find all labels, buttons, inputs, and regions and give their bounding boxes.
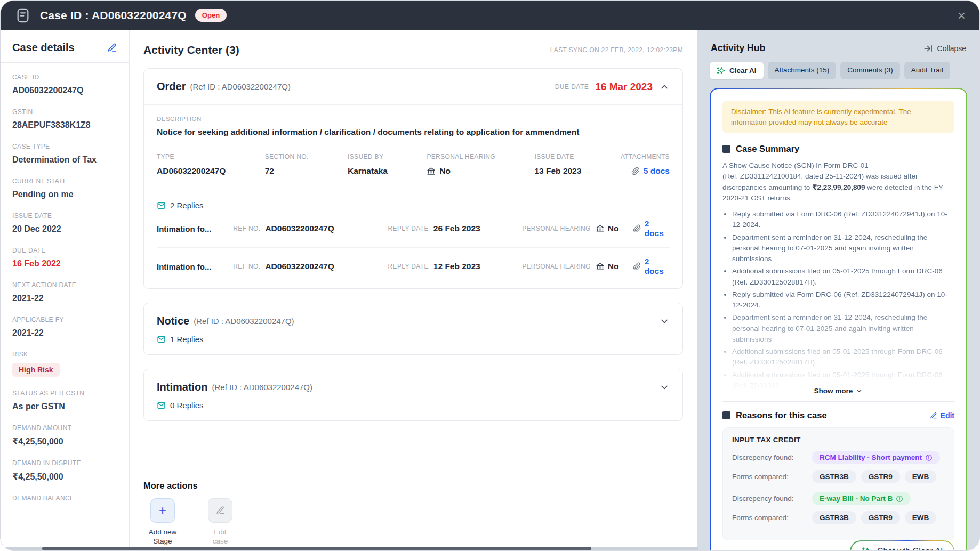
notice-ref-id: (Ref ID : AD06032200247Q) [194, 317, 294, 326]
section-square-icon [722, 145, 730, 153]
field-gstin: GSTIN 28AEPUF3838K1Z8 [12, 108, 117, 130]
discrepancy-tag[interactable]: E-way Bill - No Part B [812, 492, 911, 505]
more-actions-section: More actions + Add new Stage Edit case [130, 472, 697, 551]
chat-with-clear-ai-button[interactable]: Chat wih Clear AI [850, 540, 954, 551]
tab-audit-trail[interactable]: Audit Trail [904, 62, 950, 79]
form-tag: GSTR9 [861, 511, 900, 524]
pencil-icon [216, 506, 225, 515]
divider [732, 532, 945, 532]
sidebar-title: Case details [12, 42, 75, 54]
attachments-docs-link[interactable]: 5 docs [644, 166, 670, 176]
activity-hub-panel: Activity Hub Collapse Clear AI Attachmen… [697, 30, 979, 551]
form-tag: EWB [905, 470, 937, 483]
sidebar-fields: CASE ID AD06032200247Q GSTIN 28AEPUF3838… [1, 62, 129, 525]
ai-disclaimer: Disclaimer: This AI feature is currently… [722, 101, 954, 133]
description-text: Notice for seeking additional informatio… [157, 127, 670, 137]
show-more-button[interactable]: Show more [814, 387, 863, 395]
chevron-down-icon [856, 387, 863, 394]
summary-bullet: Additional submissions filed on 05-01-20… [732, 266, 954, 288]
tab-comments[interactable]: Comments (3) [840, 62, 900, 79]
add-new-stage-button[interactable]: + Add new Stage [143, 498, 182, 546]
detail-section-no: SECTION NO. 72 [265, 153, 309, 176]
reply-docs-link[interactable]: 2 docs [645, 257, 670, 276]
horizontal-scrollbar-thumb[interactable] [42, 547, 591, 550]
edit-case-details-icon[interactable] [107, 43, 117, 53]
edit-case-button[interactable]: Edit case [201, 498, 239, 546]
discrepancy-tag[interactable]: RCM Liability - Short payment [812, 451, 940, 464]
order-card-header[interactable]: Order (Ref ID : AD06032200247Q) DUE DATE… [144, 69, 682, 104]
field-applicable-fy: APPLICABLE FY 2021-22 [12, 316, 117, 338]
form-tag: GSTR9 [861, 470, 900, 483]
intimation-card: Intimation (Ref ID : AD06032200247Q) 0 R… [143, 369, 683, 421]
topbar: Case ID : AD06032200247Q Open × [1, 1, 979, 30]
due-date-label: DUE DATE [555, 83, 589, 91]
chevron-down-icon[interactable] [659, 316, 670, 327]
mail-icon [157, 401, 166, 410]
summary-amount: ₹2,23,99,20,809 [812, 183, 865, 191]
field-current-state: CURRENT STATE Pending on me [12, 177, 117, 199]
info-icon[interactable] [925, 454, 933, 461]
summary-bullet: Additional submissions filed on 05-01-20… [732, 346, 954, 368]
activity-center-title: Activity Center (3) [143, 44, 239, 56]
pencil-icon [930, 412, 937, 419]
form-tag: GSTR3B [812, 511, 856, 524]
order-ref-id: (Ref ID : AD06032200247Q) [190, 82, 290, 91]
paperclip-icon [633, 262, 641, 271]
divider [722, 401, 954, 402]
case-document-icon [14, 7, 31, 24]
summary-bullet: Department sent a reminder on 31-12-2024… [732, 312, 954, 345]
field-next-action-date: NEXT ACTION DATE 2021-22 [12, 281, 117, 303]
field-demand-balance-clipped: DEMAND BALANCE [12, 495, 117, 502]
activity-center: Activity Center (3) LAST SYNC ON 22 FEB,… [130, 30, 697, 551]
form-tag: GSTR3B [812, 470, 856, 483]
notice-card-header[interactable]: Notice (Ref ID : AD06032200247Q) [144, 303, 682, 335]
form-tag: EWB [905, 511, 937, 524]
edit-reasons-button[interactable]: Edit [930, 411, 954, 420]
case-details-sidebar: Case details CASE ID AD06032200247Q GSTI… [1, 30, 130, 551]
last-sync-text: LAST SYNC ON 22 FEB, 2022, 12:02:23PM [550, 46, 683, 54]
reasons-group-title: INPUT TAX CREDIT [732, 436, 945, 444]
clear-ai-card: Disclaimer: This AI feature is currently… [710, 88, 967, 551]
case-summary-body: A Show Cause Notice (SCN) in Form DRC-01… [722, 160, 954, 393]
detail-issued-by: ISSUED BY Karnataka [348, 153, 388, 176]
collapse-button[interactable]: Collapse [923, 44, 966, 53]
activity-hub-title: Activity Hub [711, 43, 765, 54]
summary-bullet: Reply submitted via Form DRC-06 (Ref. ZD… [732, 289, 954, 311]
field-case-type: CASE TYPE Determination of Tax [12, 143, 117, 165]
field-risk: RISK High Risk [12, 351, 117, 377]
chevron-up-icon[interactable] [659, 82, 670, 92]
sparkle-icon [862, 546, 872, 551]
tab-attachments[interactable]: Attachments (15) [768, 62, 837, 79]
mail-icon [157, 335, 166, 344]
replies-count: 2 Replies [170, 201, 204, 210]
reply-row[interactable]: Intimation fo... REF NO. AD06032200247Q … [157, 210, 670, 247]
notice-title: Notice [157, 315, 189, 327]
reply-row[interactable]: Intimation fo... REF NO. AD06032200247Q … [157, 247, 670, 285]
bank-icon [596, 262, 605, 271]
paperclip-icon [631, 167, 640, 175]
intimation-ref-id: (Ref ID : AD06032200247Q) [212, 383, 312, 392]
activity-hub-tabs: Clear AI Attachments (15) Comments (3) A… [709, 62, 968, 79]
field-due-date: DUE DATE 16 Feb 2022 [12, 247, 117, 269]
replies-count: 0 Replies [170, 401, 204, 410]
replies-count: 1 Replies [170, 335, 204, 344]
order-details-row: TYPE AD06032200247Q SECTION NO. 72 ISSUE… [157, 153, 670, 188]
close-icon[interactable]: × [958, 9, 966, 22]
intimation-title: Intimation [157, 381, 208, 393]
detail-issue-date: ISSUE DATE 13 Feb 2023 [534, 153, 581, 176]
info-icon[interactable] [896, 495, 903, 503]
mail-icon [157, 201, 166, 210]
field-demand-amount: DEMAND AMOUNT ₹4,25,50,000 [12, 424, 117, 447]
reply-docs-link[interactable]: 2 docs [645, 219, 670, 238]
intimation-card-header[interactable]: Intimation (Ref ID : AD06032200247Q) [144, 369, 682, 401]
paperclip-icon [633, 224, 641, 233]
summary-bullet: Department sent a reminder on 31-12-2024… [732, 232, 954, 265]
sparkle-icon [717, 66, 726, 75]
chevron-down-icon[interactable] [659, 382, 670, 393]
section-square-icon [722, 411, 730, 419]
summary-bullet: Reply submitted via Form DRC-06 (Ref. ZD… [732, 209, 954, 231]
field-issue-date: ISSUE DATE 20 Dec 2022 [12, 212, 117, 234]
collapse-arrow-icon [923, 44, 933, 53]
tab-clear-ai[interactable]: Clear AI [710, 62, 764, 79]
field-demand-in-dispute: DEMAND IN DISPUTE ₹4,25,50,000 [12, 459, 117, 482]
